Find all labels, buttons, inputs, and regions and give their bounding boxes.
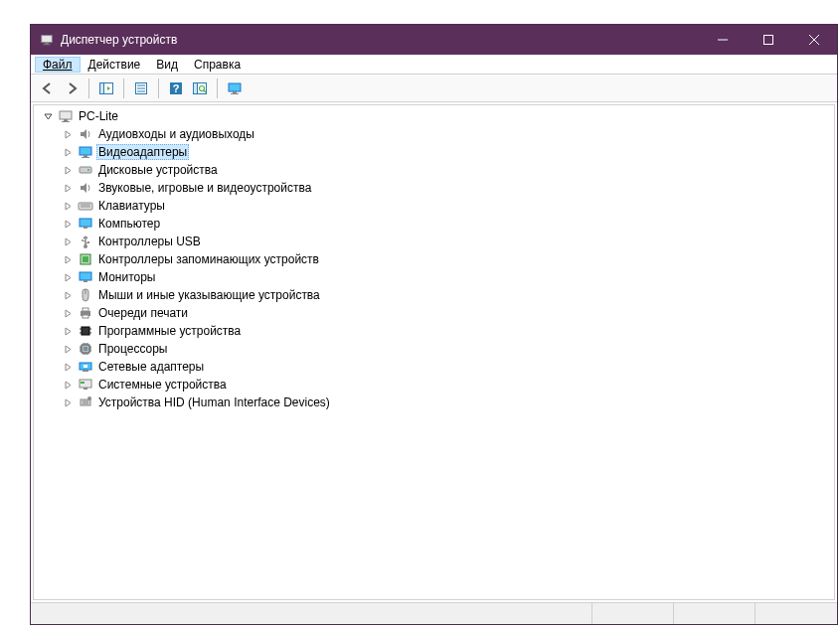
expand-icon[interactable] bbox=[60, 291, 76, 300]
tree-item-label[interactable]: Клавиатуры bbox=[96, 199, 167, 213]
tree-item-label[interactable]: Контроллеры запоминающих устройств bbox=[96, 252, 321, 266]
expand-icon[interactable] bbox=[60, 363, 76, 372]
svg-point-76 bbox=[87, 396, 91, 400]
printer-icon bbox=[78, 305, 93, 321]
tree-item-label[interactable]: Устройства HID (Human Interface Devices) bbox=[96, 395, 332, 409]
network-icon bbox=[78, 359, 93, 375]
minimize-button[interactable] bbox=[700, 25, 746, 55]
menu-view[interactable]: Вид bbox=[148, 57, 186, 73]
expand-icon[interactable] bbox=[60, 381, 76, 390]
tree-item[interactable]: Звуковые, игровые и видеоустройства bbox=[40, 179, 828, 197]
tree-root-node[interactable]: PC-Lite bbox=[40, 107, 828, 125]
tree-item[interactable]: Компьютер bbox=[40, 215, 828, 233]
svg-rect-69 bbox=[83, 370, 88, 372]
tree-item[interactable]: Аудиовходы и аудиовыходы bbox=[40, 125, 828, 143]
statusbar bbox=[31, 602, 837, 624]
close-button[interactable] bbox=[791, 25, 837, 55]
expand-icon[interactable] bbox=[60, 309, 76, 318]
menu-file[interactable]: Файл bbox=[35, 57, 81, 73]
tree-item-label[interactable]: Программные устройства bbox=[96, 324, 243, 338]
maximize-button[interactable] bbox=[746, 25, 791, 55]
display-icon bbox=[78, 144, 93, 160]
svg-point-29 bbox=[87, 169, 89, 171]
window-title: Диспетчер устройств bbox=[61, 33, 177, 47]
expand-icon[interactable] bbox=[60, 166, 76, 175]
properties-button[interactable] bbox=[130, 78, 152, 99]
menubar: Файл Действие Вид Справка bbox=[31, 55, 837, 75]
expand-icon[interactable] bbox=[60, 184, 76, 193]
expand-icon[interactable] bbox=[60, 202, 76, 211]
expand-icon[interactable] bbox=[60, 130, 76, 139]
svg-rect-19 bbox=[229, 83, 241, 91]
svg-rect-44 bbox=[84, 280, 87, 282]
audio-icon bbox=[78, 126, 93, 142]
tree-item[interactable]: Программные устройства bbox=[40, 322, 828, 340]
show-hide-tree-button[interactable] bbox=[95, 78, 117, 99]
help-button[interactable]: ? bbox=[165, 78, 187, 99]
device-tree[interactable]: PC-Lite Аудиовходы и аудиовыходыВидеоада… bbox=[33, 104, 835, 600]
tree-item[interactable]: Системные устройства bbox=[40, 376, 828, 394]
svg-rect-25 bbox=[80, 147, 91, 155]
collapse-icon[interactable] bbox=[40, 112, 56, 121]
menu-help[interactable]: Справка bbox=[186, 57, 249, 73]
tree-item[interactable]: Контроллеры запоминающих устройств bbox=[40, 250, 828, 268]
tree-item[interactable]: Клавиатуры bbox=[40, 197, 828, 215]
expand-icon[interactable] bbox=[60, 255, 76, 264]
audio-icon bbox=[78, 180, 93, 196]
monitor-icon bbox=[78, 216, 93, 232]
app-icon bbox=[39, 32, 55, 48]
expand-icon[interactable] bbox=[60, 148, 76, 157]
svg-rect-34 bbox=[84, 227, 87, 229]
monitor-icon bbox=[78, 269, 93, 285]
chip-icon bbox=[78, 323, 93, 339]
svg-rect-42 bbox=[83, 256, 88, 262]
tree-item-label[interactable]: Мониторы bbox=[96, 270, 157, 284]
tree-item[interactable]: Мыши и иные указывающие устройства bbox=[40, 286, 828, 304]
tree-item-label[interactable]: Процессоры bbox=[96, 342, 170, 356]
monitor-icon-button[interactable] bbox=[224, 78, 246, 99]
expand-icon[interactable] bbox=[60, 273, 76, 282]
tree-item-label[interactable]: Мыши и иные указывающие устройства bbox=[96, 288, 322, 302]
computer-icon bbox=[58, 108, 74, 124]
svg-rect-38 bbox=[87, 241, 89, 243]
svg-rect-0 bbox=[42, 36, 53, 43]
expand-icon[interactable] bbox=[60, 220, 76, 229]
tree-item-label[interactable]: Дисковые устройства bbox=[96, 163, 220, 177]
tree-item[interactable]: Процессоры bbox=[40, 340, 828, 358]
svg-rect-27 bbox=[82, 157, 89, 158]
root-label[interactable]: PC-Lite bbox=[77, 109, 120, 123]
svg-rect-20 bbox=[233, 91, 237, 93]
tree-item[interactable]: Дисковые устройства bbox=[40, 161, 828, 179]
svg-text:?: ? bbox=[173, 82, 180, 94]
svg-rect-55 bbox=[84, 347, 87, 351]
tree-item[interactable]: Устройства HID (Human Interface Devices) bbox=[40, 394, 828, 411]
tree-item-label[interactable]: Аудиовходы и аудиовыходы bbox=[96, 127, 256, 141]
storage-icon bbox=[78, 251, 93, 267]
menu-action[interactable]: Действие bbox=[81, 57, 149, 73]
tree-item-label[interactable]: Системные устройства bbox=[96, 378, 229, 392]
svg-rect-33 bbox=[80, 219, 91, 227]
svg-rect-43 bbox=[80, 272, 91, 280]
tree-item-label[interactable]: Звуковые, игровые и видеоустройства bbox=[96, 181, 313, 195]
titlebar: Диспетчер устройств bbox=[31, 25, 837, 55]
tree-item[interactable]: Сетевые адаптеры bbox=[40, 358, 828, 376]
forward-button[interactable] bbox=[61, 78, 83, 99]
expand-icon[interactable] bbox=[60, 398, 76, 407]
tree-item-label[interactable]: Контроллеры USB bbox=[96, 235, 203, 248]
tree-item[interactable]: Видеоадаптеры bbox=[40, 143, 828, 161]
tree-item[interactable]: Очереди печати bbox=[40, 304, 828, 322]
tree-item[interactable]: Мониторы bbox=[40, 268, 828, 286]
expand-icon[interactable] bbox=[60, 345, 76, 354]
tree-item[interactable]: Контроллеры USB bbox=[40, 233, 828, 250]
tree-item-label[interactable]: Видеоадаптеры bbox=[96, 144, 189, 160]
tree-item-label[interactable]: Очереди печати bbox=[96, 306, 190, 320]
expand-icon[interactable] bbox=[60, 327, 76, 336]
tree-item-label[interactable]: Сетевые адаптеры bbox=[96, 360, 206, 374]
back-button[interactable] bbox=[37, 78, 59, 99]
usb-icon bbox=[78, 234, 93, 249]
disk-icon bbox=[78, 162, 93, 178]
scan-hardware-button[interactable] bbox=[189, 78, 211, 99]
svg-rect-49 bbox=[82, 327, 89, 335]
expand-icon[interactable] bbox=[60, 237, 76, 246]
tree-item-label[interactable]: Компьютер bbox=[96, 217, 162, 231]
